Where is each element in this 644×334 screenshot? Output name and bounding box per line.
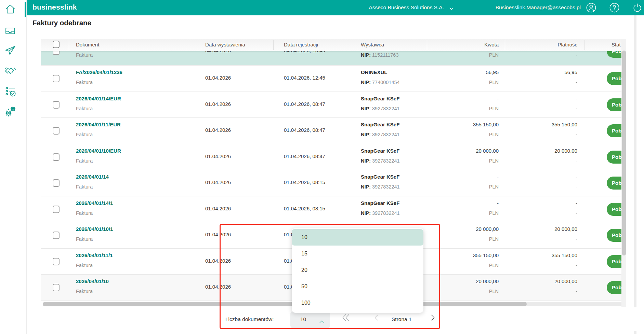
issue-date: 01.04.2026 xyxy=(205,258,231,264)
status-badge: Pobr xyxy=(607,72,622,85)
issuer-nip: NIP: 7740001454 xyxy=(361,80,400,85)
table-row[interactable]: Faktura 04.04.2026 04.04.2026, 10:49 NIP… xyxy=(41,51,622,66)
registration-date: 01.04.2026, 08:15 xyxy=(284,179,325,185)
document-link[interactable]: 2026/04/01/14 xyxy=(76,174,109,180)
nip-value: 7740001454 xyxy=(372,80,400,85)
issuer-name: SnapGear KSeF xyxy=(361,96,399,101)
page-size-select[interactable]: 10 xyxy=(290,311,330,328)
issuer-name: ORINEXUL xyxy=(361,69,387,75)
document-type: Faktura xyxy=(76,52,93,58)
amount-value: 355 150,00 xyxy=(430,252,499,258)
document-type: Faktura xyxy=(76,184,93,190)
document-link[interactable]: 2026/04/01/14/1 xyxy=(76,200,113,206)
user-account-icon[interactable] xyxy=(586,2,596,13)
amount-value: 20 000,00 xyxy=(430,226,499,232)
handshake-icon xyxy=(4,72,16,78)
payment-value: 20 000,00 xyxy=(509,278,577,284)
amount-currency: PLN xyxy=(430,210,499,216)
column-header-data-wystawienia: Data wystawienia xyxy=(205,42,245,47)
issue-date: 04.04.2026 xyxy=(205,51,231,53)
document-link[interactable]: 2026/04/01/10/1 xyxy=(76,226,113,232)
power-icon[interactable] xyxy=(632,2,643,13)
registration-date: 01.04.2026, 08:47 xyxy=(284,153,325,159)
nip-label: NIP: xyxy=(361,132,372,137)
issuer-name: SnapGear KSeF xyxy=(361,122,399,127)
chevron-down-icon[interactable] xyxy=(449,6,454,13)
registration-date: 04.04.2026, 10:49 xyxy=(284,51,325,53)
row-checkbox[interactable] xyxy=(53,153,60,161)
sidebar-item-send[interactable] xyxy=(4,44,18,58)
document-link[interactable]: FA/2026/04/01/1236 xyxy=(76,69,122,75)
document-type: Faktura xyxy=(76,210,93,216)
amount-value: 20 000,00 xyxy=(430,148,499,154)
table-row[interactable]: FA/2026/04/01/1236 Faktura 01.04.2026 01… xyxy=(41,66,622,92)
amount-currency: PLN xyxy=(430,184,499,190)
row-checkbox[interactable] xyxy=(53,258,60,265)
row-checkbox[interactable] xyxy=(53,284,60,291)
nip-value: 3927832241 xyxy=(372,132,400,137)
app-logo: businesslink xyxy=(32,3,77,11)
column-header-status: Stat xyxy=(612,42,622,47)
sidebar-item-home[interactable] xyxy=(4,3,18,17)
table-row[interactable]: 2026/04/01/14/1 Faktura 01.04.2026 01.04… xyxy=(41,196,622,223)
document-type: Faktura xyxy=(76,80,93,85)
row-checkbox[interactable] xyxy=(53,75,60,82)
nip-label: NIP: xyxy=(361,210,372,216)
status-badge: Pobr xyxy=(607,203,622,216)
payment-value: 355 150,00 xyxy=(509,122,577,127)
amount-currency: PLN xyxy=(430,106,499,111)
column-header-dokument: Dokument xyxy=(76,42,99,47)
page-size-option-20[interactable]: 20 xyxy=(292,262,423,278)
docs-count-label: Liczba dokumentów: xyxy=(225,316,274,322)
row-checkbox[interactable] xyxy=(53,127,60,135)
document-link[interactable]: 2026/04/01/11/EUR xyxy=(76,122,121,127)
row-checkbox[interactable] xyxy=(53,51,60,55)
page-size-option-10[interactable]: 10 xyxy=(292,229,423,246)
previous-page-button[interactable] xyxy=(371,312,382,323)
table-row[interactable]: 2026/04/01/11/EUR Faktura 01.04.2026 01.… xyxy=(41,118,622,144)
vertical-scrollbar-thumb[interactable] xyxy=(622,51,626,255)
first-page-button[interactable] xyxy=(341,312,351,323)
document-type: Faktura xyxy=(76,236,93,242)
row-checkbox[interactable] xyxy=(53,101,60,109)
document-link[interactable]: 2026/04/01/10/EUR xyxy=(76,148,121,154)
sidebar-item-tasks[interactable] xyxy=(4,85,18,99)
company-selector[interactable]: Asseco Business Solutions S.A. xyxy=(369,4,444,11)
sidebar-item-settings[interactable] xyxy=(4,105,18,119)
issue-date: 01.04.2026 xyxy=(205,101,231,107)
table-row[interactable]: 2026/04/01/14 Faktura 01.04.2026 01.04.2… xyxy=(41,170,622,196)
payment-secondary: - xyxy=(509,106,577,111)
document-link[interactable]: 2026/04/01/11/1 xyxy=(76,252,113,258)
sidebar-item-inbox[interactable] xyxy=(4,25,18,39)
amount-currency: PLN xyxy=(430,158,499,164)
document-link[interactable]: 2026/04/01/10 xyxy=(76,278,109,284)
column-header-platnosc: Płatność xyxy=(509,42,577,47)
page-size-option-100[interactable]: 100 xyxy=(292,295,423,311)
page-size-option-15[interactable]: 15 xyxy=(292,246,423,262)
row-checkbox[interactable] xyxy=(53,179,60,187)
nip-label: NIP: xyxy=(361,106,372,111)
select-all-checkbox[interactable] xyxy=(53,41,60,48)
payment-secondary: - xyxy=(509,184,577,190)
status-badge: Pobr xyxy=(607,229,622,242)
issuer-nip: NIP: 3927832241 xyxy=(361,158,400,164)
issuer-name: SnapGear KSeF xyxy=(361,200,399,206)
help-icon[interactable] xyxy=(609,2,620,13)
table-row[interactable]: 2026/04/01/10/EUR Faktura 01.04.2026 01.… xyxy=(41,144,622,170)
paper-plane-icon xyxy=(4,52,16,58)
payment-secondary: - xyxy=(509,289,577,294)
payment-secondary: - xyxy=(509,80,577,85)
payment-value: 56,95 xyxy=(509,69,577,75)
payment-value: - xyxy=(509,200,577,206)
page-title: Faktury odebrane xyxy=(32,19,91,27)
table-row[interactable]: 2026/04/01/14/EUR Faktura 01.04.2026 01.… xyxy=(41,92,622,118)
sidebar-item-partners[interactable] xyxy=(4,65,18,79)
horizontal-scrollbar-thumb[interactable] xyxy=(43,302,527,306)
next-page-button[interactable] xyxy=(428,312,438,323)
issuer-name: SnapGear KSeF xyxy=(361,148,399,154)
vertical-scrollbar-track xyxy=(621,39,626,307)
row-checkbox[interactable] xyxy=(53,206,60,213)
document-link[interactable]: 2026/04/01/14/EUR xyxy=(76,96,121,101)
row-checkbox[interactable] xyxy=(53,232,60,239)
page-size-option-50[interactable]: 50 xyxy=(292,278,423,295)
